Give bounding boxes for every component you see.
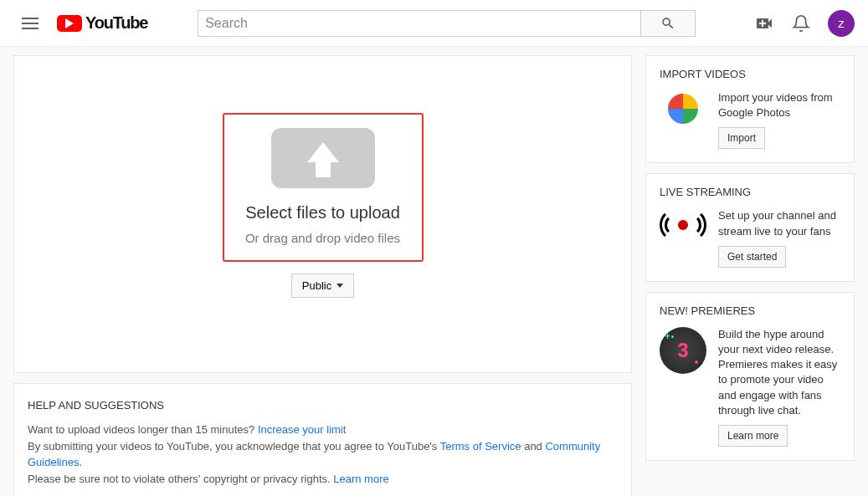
upload-dropzone[interactable]: Select files to upload Or drag and drop … <box>223 113 424 262</box>
upload-card: Select files to upload Or drag and drop … <box>13 55 632 373</box>
bell-icon <box>792 14 810 33</box>
hamburger-icon <box>22 18 39 29</box>
help-title: HELP AND SUGGESTIONS <box>28 399 618 412</box>
svg-marker-0 <box>65 18 74 28</box>
account-avatar[interactable]: z <box>828 10 855 37</box>
notifications-button[interactable] <box>791 13 811 33</box>
help-line-3: Please be sure not to violate others' co… <box>28 471 618 488</box>
help-line-1: Want to upload videos longer than 15 min… <box>28 422 618 438</box>
privacy-dropdown[interactable]: Public <box>291 274 354 298</box>
video-plus-icon <box>754 13 774 33</box>
header-actions: z <box>754 10 855 37</box>
get-started-button[interactable]: Get started <box>718 246 786 268</box>
tos-link[interactable]: Terms of Service <box>440 440 521 453</box>
premieres-title: NEW! PREMIERES <box>660 304 840 317</box>
import-videos-card: IMPORT VIDEOS Import your videos from Go… <box>645 55 855 163</box>
help-line-2: By submitting your videos to YouTube, yo… <box>28 438 618 471</box>
live-streaming-card: LIVE STREAMING Set up your channel and s… <box>645 173 855 281</box>
avatar-letter: z <box>838 16 845 30</box>
youtube-play-icon <box>57 15 82 32</box>
search-form <box>198 10 696 37</box>
privacy-label: Public <box>302 279 331 292</box>
increase-limit-link[interactable]: Increase your limit <box>258 423 346 436</box>
side-column: IMPORT VIDEOS Import your videos from Go… <box>645 55 855 496</box>
live-text: Set up your channel and stream live to y… <box>718 208 840 238</box>
content: Select files to upload Or drag and drop … <box>0 47 868 496</box>
help-card: HELP AND SUGGESTIONS Want to upload vide… <box>13 383 632 496</box>
menu-button[interactable] <box>13 7 47 40</box>
svg-marker-1 <box>307 142 339 177</box>
premieres-learn-more-button[interactable]: Learn more <box>718 425 788 447</box>
search-icon <box>660 16 675 31</box>
import-button[interactable]: Import <box>718 127 765 149</box>
premieres-icon: + 3 <box>660 327 706 374</box>
header: YouTube z <box>0 0 868 47</box>
search-input[interactable] <box>198 10 641 37</box>
caret-down-icon <box>336 284 343 288</box>
import-title: IMPORT VIDEOS <box>660 68 840 80</box>
live-title: LIVE STREAMING <box>660 186 840 198</box>
premieres-card: NEW! PREMIERES + 3 Build the hype around… <box>645 292 855 461</box>
youtube-logo[interactable]: YouTube <box>57 13 147 33</box>
main-column: Select files to upload Or drag and drop … <box>13 55 632 496</box>
upload-select-text: Select files to upload <box>245 203 400 222</box>
search-button[interactable] <box>641 10 696 37</box>
svg-marker-2 <box>336 284 343 288</box>
create-video-button[interactable] <box>754 13 774 33</box>
upload-arrow-icon <box>271 128 375 188</box>
upload-drag-text: Or drag and drop video files <box>245 231 400 245</box>
live-stream-icon <box>660 208 706 242</box>
import-text: Import your videos from Google Photos <box>718 90 840 120</box>
learn-more-link[interactable]: Learn more <box>333 473 388 485</box>
premieres-text: Build the hype around your next video re… <box>718 327 840 418</box>
google-photos-icon <box>660 90 706 127</box>
logo-text: YouTube <box>85 13 147 33</box>
